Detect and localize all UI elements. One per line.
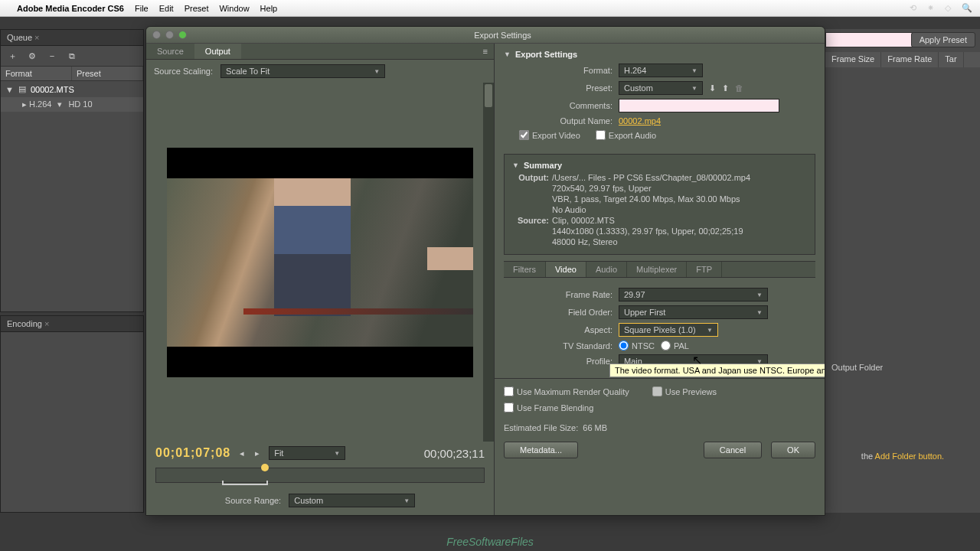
video-preview[interactable] xyxy=(167,148,473,377)
frame-rate-label: Frame Rate: xyxy=(504,290,619,299)
frame-blending-checkbox[interactable]: Use Frame Blending xyxy=(504,403,815,412)
add-folder-link[interactable]: Add Folder button. xyxy=(875,452,945,461)
close-icon[interactable] xyxy=(152,31,161,39)
tab-video[interactable]: Video xyxy=(546,262,586,277)
output-name-label: Output Name: xyxy=(504,116,619,126)
in-out-range[interactable] xyxy=(222,481,268,485)
app-name: Adobe Media Encoder CS6 xyxy=(17,4,124,13)
tv-standard-tooltip: The video format. USA and Japan use NTSC… xyxy=(609,364,825,377)
expand-icon[interactable]: ▼ xyxy=(5,85,14,94)
field-order-dropdown[interactable]: Upper First▼ xyxy=(619,305,768,319)
cancel-button[interactable]: Cancel xyxy=(704,442,762,458)
queue-panel: Queue × ＋ ⚙ − ⧉ Format Preset ▼ ▤ 00002.… xyxy=(0,29,144,312)
tab-ftp[interactable]: FTP xyxy=(687,262,722,277)
col-frame-size[interactable]: Frame Size xyxy=(825,52,881,67)
window-titlebar[interactable]: Export Settings xyxy=(146,27,825,44)
col-frame-rate[interactable]: Frame Rate xyxy=(881,52,939,67)
preset-browser-panel: Apply Preset Frame Size Frame Rate Tar O… xyxy=(825,29,980,513)
step-forward-icon[interactable]: ▸ xyxy=(253,448,261,458)
tab-source[interactable]: Source xyxy=(146,44,194,59)
menu-window[interactable]: Window xyxy=(219,4,249,13)
export-audio-checkbox[interactable]: Export Audio xyxy=(596,130,656,140)
step-back-icon[interactable]: ◂ xyxy=(238,448,246,458)
zoom-icon[interactable] xyxy=(178,31,187,39)
remove-icon[interactable]: − xyxy=(47,51,57,61)
preview-pane: Source Output ≡ Source Scaling: Scale To… xyxy=(146,44,495,515)
menu-file[interactable]: File xyxy=(135,4,149,13)
preset-dropdown[interactable]: Custom▼ xyxy=(619,81,703,95)
settings-tabs: Filters Video Audio Multiplexer FTP xyxy=(504,261,815,278)
window-title: Export Settings xyxy=(187,31,818,40)
tv-standard-label: TV Standard: xyxy=(504,341,619,350)
profile-label: Profile: xyxy=(504,357,619,366)
format-label: Format: xyxy=(504,66,619,75)
queue-toolbar: ＋ ⚙ − ⧉ xyxy=(1,46,143,67)
mac-menubar: Adobe Media Encoder CS6 File Edit Preset… xyxy=(0,0,980,17)
save-preset-icon[interactable]: ⬇ xyxy=(709,83,716,93)
header-preset[interactable]: Preset xyxy=(72,67,143,80)
queue-item[interactable]: ▼ ▤ 00002.MTS xyxy=(1,81,143,97)
preview-scrollbar[interactable] xyxy=(483,83,494,442)
output-name-link[interactable]: 00002.mp4 xyxy=(619,116,661,126)
settings-icon[interactable]: ⚙ xyxy=(27,51,38,61)
watermark: FreeSoftwareFiles xyxy=(446,536,534,548)
apply-preset-button[interactable]: Apply Preset xyxy=(911,32,975,47)
duplicate-icon[interactable]: ⧉ xyxy=(67,51,77,61)
queue-tab[interactable]: Queue × xyxy=(1,30,143,46)
video-settings: Frame Rate:29.97▼ Field Order:Upper Firs… xyxy=(495,278,825,378)
collapse-icon[interactable]: ▼ xyxy=(504,51,511,58)
col-target[interactable]: Tar xyxy=(939,52,963,67)
collapse-icon[interactable]: ▼ xyxy=(512,161,519,169)
tab-audio[interactable]: Audio xyxy=(586,262,627,277)
playhead-icon[interactable] xyxy=(261,464,269,471)
export-settings-heading: Export Settings xyxy=(515,50,577,59)
zoom-fit-dropdown[interactable]: Fit▼ xyxy=(269,446,345,460)
use-previews-checkbox: Use Previews xyxy=(652,386,717,396)
current-timecode[interactable]: 00;01;07;08 xyxy=(155,446,230,460)
metadata-button[interactable]: Metadata... xyxy=(504,442,578,458)
timeline[interactable] xyxy=(146,465,494,489)
header-format[interactable]: Format xyxy=(1,67,72,80)
sync-icon[interactable]: ⟲ xyxy=(910,3,916,13)
wifi-icon[interactable]: ◇ xyxy=(945,3,951,13)
source-scaling-dropdown[interactable]: Scale To Fit▼ xyxy=(220,64,385,78)
pal-radio[interactable]: PAL xyxy=(661,341,689,350)
panel-menu-icon[interactable]: ≡ xyxy=(477,44,494,59)
export-video-checkbox[interactable]: Export Video xyxy=(519,130,580,140)
source-range-dropdown[interactable]: Custom▼ xyxy=(289,494,415,507)
add-icon[interactable]: ＋ xyxy=(7,51,18,61)
comments-label: Comments: xyxy=(504,101,619,110)
max-render-quality-checkbox[interactable]: Use Maximum Render Quality xyxy=(504,386,629,396)
preset-label: Preset: xyxy=(504,83,619,93)
tab-filters[interactable]: Filters xyxy=(504,262,546,277)
queue-headers: Format Preset xyxy=(1,67,143,81)
output-folder-label: Output Folder xyxy=(831,363,883,372)
field-order-label: Field Order: xyxy=(504,308,619,317)
encoding-panel: Encoding × xyxy=(0,315,144,513)
summary-heading: Summary xyxy=(524,161,562,170)
preset-search-input[interactable] xyxy=(825,32,913,47)
comments-input[interactable] xyxy=(619,99,779,112)
queue-item-name: 00002.MTS xyxy=(31,85,74,94)
menu-preset[interactable]: Preset xyxy=(185,4,209,13)
bluetooth-icon[interactable]: ⁕ xyxy=(927,3,934,13)
spotlight-icon[interactable]: 🔍 xyxy=(962,3,972,13)
preset-columns: Frame Size Frame Rate Tar xyxy=(825,52,980,67)
import-preset-icon[interactable]: ⬆ xyxy=(722,83,729,93)
menu-edit[interactable]: Edit xyxy=(159,4,174,13)
ok-button[interactable]: OK xyxy=(771,442,815,458)
ntsc-radio[interactable]: NTSC xyxy=(619,341,655,350)
tab-output[interactable]: Output xyxy=(194,44,241,59)
delete-preset-icon[interactable]: 🗑 xyxy=(735,83,743,93)
aspect-dropdown[interactable]: Square Pixels (1.0)▼ xyxy=(619,323,718,337)
aspect-label: Aspect: xyxy=(504,325,619,334)
frame-rate-dropdown[interactable]: 29.97▼ xyxy=(619,288,768,302)
queue-subitem[interactable]: ▸ H.264 ▾ HD 10 xyxy=(1,97,143,112)
tab-multiplexer[interactable]: Multiplexer xyxy=(627,262,687,277)
minimize-icon[interactable] xyxy=(165,31,174,39)
encoding-tab[interactable]: Encoding × xyxy=(1,316,143,332)
estimated-size: Estimated File Size: 66 MB xyxy=(495,420,825,435)
dropdown-arrow-icon[interactable]: ▾ xyxy=(57,99,62,109)
menu-help[interactable]: Help xyxy=(260,4,278,13)
format-dropdown[interactable]: H.264▼ xyxy=(619,64,703,77)
